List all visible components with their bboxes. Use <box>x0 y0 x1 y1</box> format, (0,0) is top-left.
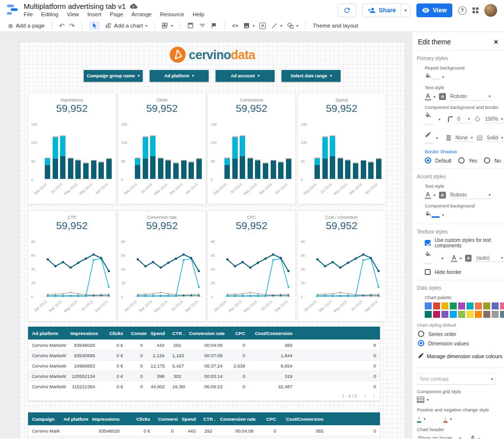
filter-control-button[interactable] <box>199 22 206 29</box>
text-tool-button[interactable]: A <box>259 23 266 29</box>
column-header[interactable]: Spend <box>147 331 168 336</box>
palette-swatch[interactable] <box>458 311 465 318</box>
text-contrast-select[interactable]: Text contrast▾ <box>417 373 496 385</box>
shadow-yes-radio[interactable] <box>458 157 465 164</box>
filter-ad-account[interactable]: Ad account▾ <box>216 70 275 82</box>
report-title[interactable]: Multiplatform advertising tab v1 <box>24 2 126 10</box>
image-tool-button[interactable]: ▾ <box>243 22 254 29</box>
column-header[interactable]: Impressions <box>88 416 124 422</box>
component-grid-style-button[interactable]: ▾ <box>417 397 429 403</box>
opacity-select[interactable]: 100%▾ <box>484 115 504 123</box>
campaign-table[interactable]: CampaignAd platformImpressionsClicksConv… <box>28 412 380 439</box>
select-tool-button[interactable] <box>89 21 100 30</box>
textbox-bg-color-button[interactable]: ▾ <box>425 251 443 265</box>
negative-change-style-button[interactable]: ↓▾ <box>443 415 452 423</box>
menu-item-page[interactable]: Page <box>110 11 123 17</box>
palette-swatch[interactable] <box>458 303 465 309</box>
column-header[interactable]: Conversion rate <box>216 416 257 422</box>
community-viz-button[interactable]: ▾ <box>161 22 173 29</box>
avatar[interactable] <box>484 4 497 17</box>
shape-tool-button[interactable]: ▾ <box>287 22 298 29</box>
refresh-button[interactable] <box>338 3 356 17</box>
palette-swatch[interactable] <box>467 303 473 309</box>
palette-swatch[interactable] <box>425 311 432 318</box>
bar-scorecard-clicks[interactable]: Clicks59,952-05K10K15KSep 2019Jul 2019Ma… <box>118 94 206 204</box>
dimension-values-radio[interactable] <box>418 340 424 346</box>
accent-text-color-button[interactable]: A▾ <box>425 192 436 199</box>
positive-change-style-button[interactable]: ↑▾ <box>417 415 426 423</box>
palette-swatch[interactable] <box>467 311 473 318</box>
redo-icon[interactable]: ↷ <box>69 22 75 30</box>
help-icon[interactable]: ? <box>458 6 467 15</box>
add-chart-button[interactable]: Add a chart ▾ <box>105 22 148 29</box>
line-scorecard-ctr[interactable]: CTR59,952-02K4K6K8KJan 2019Mar 2019May 2… <box>28 211 116 321</box>
border-weight-select[interactable]: None▾ <box>454 134 473 142</box>
close-icon[interactable]: × <box>494 37 498 46</box>
palette-swatch[interactable] <box>483 311 490 318</box>
shadow-default-radio[interactable] <box>425 157 431 164</box>
palette-swatch[interactable] <box>492 303 499 309</box>
palette-swatch[interactable] <box>441 303 448 309</box>
border-style-select[interactable]: Solid▾ <box>486 134 504 142</box>
column-header[interactable]: Conversions <box>154 416 178 422</box>
apps-grid-icon[interactable] <box>472 7 479 14</box>
primary-text-color-button[interactable]: A▾ <box>425 93 436 101</box>
column-header[interactable]: CTR . <box>168 331 185 336</box>
add-page-button[interactable]: ⊕ Add a page <box>8 22 45 30</box>
report-page[interactable]: cervinodata Campaign group name▾Ad platf… <box>20 42 405 439</box>
theme-layout-button[interactable]: Theme and layout <box>313 23 358 29</box>
menu-item-resource[interactable]: Resource <box>160 11 184 17</box>
filter-ad-platform[interactable]: Ad platform▾ <box>150 70 209 82</box>
menu-item-editing[interactable]: Editing <box>41 11 59 17</box>
textbox-text-color-button[interactable]: A▾ <box>451 255 462 262</box>
column-header[interactable]: Campaign <box>28 416 60 422</box>
filter-select-date-range[interactable]: Select date range▾ <box>282 70 341 82</box>
undo-icon[interactable]: ↶ <box>59 22 64 30</box>
textbox-font-select[interactable]: (auto)▾ <box>475 254 504 262</box>
border-color-button[interactable]: ▾ <box>425 131 438 145</box>
accent-font-select[interactable]: Roboto▾ <box>449 191 492 199</box>
view-button[interactable]: View <box>416 3 452 17</box>
palette-swatch[interactable] <box>492 311 499 318</box>
column-header[interactable]: Conversion rate <box>185 331 226 336</box>
page-prev-icon[interactable]: ‹ <box>364 394 366 399</box>
menu-item-help[interactable]: Help <box>192 11 204 17</box>
column-header[interactable]: Clicks <box>99 331 127 336</box>
series-order-radio[interactable] <box>418 331 424 337</box>
menu-item-insert[interactable]: Insert <box>87 11 101 17</box>
embed-url-button[interactable]: <> <box>232 23 238 29</box>
date-range-control-button[interactable] <box>187 22 194 29</box>
hide-border-checkbox[interactable] <box>425 269 431 275</box>
manage-dimension-colours-button[interactable]: Manage dimension value colours <box>418 352 503 360</box>
report-background-color-button[interactable]: ▾ <box>425 73 444 81</box>
line-scorecard-cpc[interactable]: CPC59,952-02K4K6K8KJan 2019Mar 2019May 2… <box>208 211 295 321</box>
column-header[interactable]: Conversions <box>127 331 147 336</box>
column-header[interactable]: Spend <box>178 416 199 422</box>
line-scorecard-cost-conversion[interactable]: Cost / conversion59,952-02K4K6K8KJan 201… <box>298 211 385 321</box>
palette-swatch[interactable] <box>433 303 440 309</box>
bar-scorecard-impressions[interactable]: impressions59,952-05K10K15KSep 2019Jul 2… <box>28 94 116 204</box>
filter-campaign-group-name[interactable]: Campaign group name▾ <box>84 70 143 82</box>
use-custom-styles-checkbox[interactable] <box>425 240 431 246</box>
palette-swatch[interactable] <box>441 311 448 318</box>
menu-item-arrange[interactable]: Arrange <box>131 11 152 17</box>
line-scorecard-conversion-rate[interactable]: Conversion rate59,952-02K4K6K8KJan 2019M… <box>118 211 206 321</box>
column-header[interactable]: Ad platform <box>28 331 66 336</box>
logo-component[interactable]: cervinodata <box>20 45 405 65</box>
bar-scorecard-spend[interactable]: Spend59,952-05K10K15KSep 2019Jul 2019May… <box>298 94 385 204</box>
palette-swatch[interactable] <box>450 311 457 318</box>
column-header[interactable]: CTR . <box>199 416 216 422</box>
palette-swatch[interactable] <box>433 311 440 318</box>
column-header[interactable]: Ad platform <box>60 416 88 422</box>
column-header[interactable]: Clicks <box>124 416 154 422</box>
chart-header-text-color-button[interactable]: A▾ <box>470 435 480 439</box>
palette-swatch[interactable] <box>500 303 504 309</box>
ad-platform-table[interactable]: Ad platformImpressionsClicksConversionsS… <box>28 327 380 401</box>
palette-swatch[interactable] <box>500 311 504 318</box>
corner-radius-select[interactable]: 0▾ <box>456 115 471 123</box>
palette-swatch[interactable] <box>425 303 432 309</box>
component-background-color-button[interactable]: ▾ <box>425 112 441 126</box>
chart-header-select[interactable]: Show on hover▾ <box>417 435 462 439</box>
menu-item-file[interactable]: File <box>24 11 33 17</box>
line-tool-button[interactable]: ▾ <box>271 22 282 29</box>
